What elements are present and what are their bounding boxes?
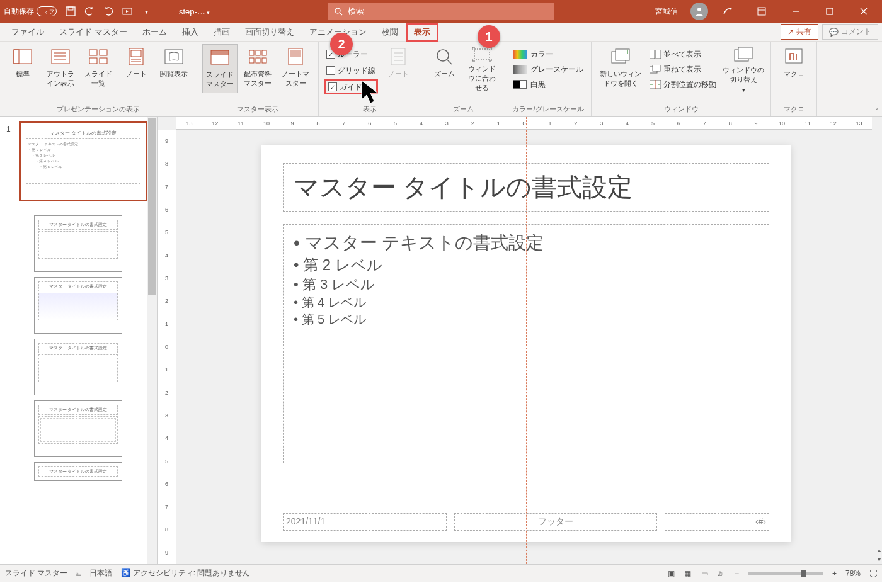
tab-review[interactable]: 校閲 xyxy=(374,23,406,42)
redo-icon[interactable] xyxy=(101,4,116,19)
reading-view-button[interactable]: 閲覧表示 xyxy=(156,44,192,93)
horizontal-ruler[interactable]: 13121110987654321012345678910111213 xyxy=(176,117,872,130)
user-avatar[interactable] xyxy=(690,3,708,20)
arrange-all-button[interactable]: 並べて表示 xyxy=(647,47,719,62)
vertical-ruler[interactable]: 9876543210123456789 xyxy=(158,130,176,564)
slideshow-icon[interactable] xyxy=(120,4,135,19)
zoom-slider[interactable] xyxy=(748,572,823,575)
zoom-button[interactable]: ズーム xyxy=(427,44,462,93)
layout-thumbnail-4[interactable]: マスター タイトルの書式設定 xyxy=(34,400,122,457)
svg-text:+: + xyxy=(625,48,630,57)
color-button[interactable]: カラー xyxy=(510,47,586,62)
zoom-out-button[interactable]: − xyxy=(735,569,739,578)
master-thumbnail[interactable]: マスター タイトルの書式設定 マスター テキストの書式設定 ・第 2 レベル ・… xyxy=(20,122,146,200)
callout-2: 2 xyxy=(330,33,353,55)
slide-sorter-button[interactable]: スライド一覧 xyxy=(81,44,116,93)
undo-icon[interactable] xyxy=(82,4,97,19)
gridlines-checkbox[interactable]: グリッド線 xyxy=(324,63,378,78)
tab-home[interactable]: ホーム xyxy=(135,23,175,42)
move-split-button[interactable]: 分割位置の移動 xyxy=(647,77,719,92)
tab-view[interactable]: 表示 xyxy=(406,23,438,42)
fit-to-window-status-icon[interactable]: ⛶ xyxy=(869,569,877,578)
svg-rect-22 xyxy=(100,58,107,64)
handout-master-button[interactable]: 配布資料マスター xyxy=(240,44,275,93)
slide-stage[interactable]: マスター タイトルの書式設定 マスター テキストの書式設定 第 2 レベル 第 … xyxy=(195,136,857,551)
handout-master-icon xyxy=(248,47,268,67)
slidenumber-placeholder[interactable]: ‹#› xyxy=(665,513,769,531)
zoom-in-button[interactable]: + xyxy=(832,569,837,578)
grayscale-button[interactable]: グレースケール xyxy=(510,62,586,77)
guides-checkbox[interactable]: ガイド xyxy=(324,79,378,94)
canvas-scrollbar[interactable] xyxy=(872,130,882,564)
outline-view-button[interactable]: アウトライン表示 xyxy=(43,44,78,93)
thumb-title: マスター タイトルの書式設定 xyxy=(38,405,118,415)
layout-thumbnail-2[interactable]: マスター タイトルの書式設定 xyxy=(34,277,122,334)
normal-view-button[interactable]: 標準 xyxy=(5,44,40,93)
autosave-toggle[interactable]: 自動保存 オフ xyxy=(4,6,57,17)
scrollbar-handle[interactable] xyxy=(148,118,156,295)
fit-window-button[interactable]: ウィンドウに合わせる xyxy=(464,44,500,93)
share-button[interactable]: ↗共有 xyxy=(781,24,818,40)
cascade-button[interactable]: 重ねて表示 xyxy=(647,62,719,77)
switch-windows-button[interactable]: ウィンドウの切り替え▾ xyxy=(721,44,765,93)
notes-master-icon xyxy=(285,47,306,67)
collapse-ribbon-button[interactable]: ˆ xyxy=(876,108,878,115)
group-master-views-label: マスター表示 xyxy=(237,103,278,115)
slide-master-button[interactable]: スライドマスター xyxy=(202,44,238,93)
autosave-switch[interactable]: オフ xyxy=(37,6,57,16)
accessibility-status[interactable]: ♿ アクセシビリティ: 問題ありません xyxy=(121,568,250,579)
tab-draw[interactable]: 描画 xyxy=(206,23,238,42)
date-placeholder[interactable]: 2021/11/1 xyxy=(283,513,447,531)
thumb-title: マスター タイトルの書式設定 xyxy=(38,466,118,477)
svg-rect-32 xyxy=(262,50,266,55)
comments-label: コメント xyxy=(841,26,871,37)
reading-view-status-icon[interactable]: ▭ xyxy=(697,569,712,578)
layout-thumbnail-5[interactable]: マスター タイトルの書式設定 xyxy=(34,462,122,481)
tab-insert[interactable]: 挿入 xyxy=(175,23,206,42)
split-label: 分割位置の移動 xyxy=(663,79,716,90)
layout-thumbnail-3[interactable]: マスター タイトルの書式設定 xyxy=(34,339,122,395)
coming-soon-icon[interactable] xyxy=(713,0,742,23)
thumbnail-scrollbar[interactable] xyxy=(147,117,157,564)
tab-slide-master[interactable]: スライド マスター xyxy=(52,23,135,42)
bw-swatch-icon xyxy=(513,80,527,89)
minimize-button[interactable] xyxy=(781,0,810,23)
notes-master-button[interactable]: ノートマスター xyxy=(278,44,313,93)
zoom-label: ズーム xyxy=(434,69,455,79)
slide-sorter-icon xyxy=(88,47,108,67)
comments-button[interactable]: 💬コメント xyxy=(822,24,878,40)
tab-file[interactable]: ファイル xyxy=(4,23,52,42)
footer-placeholder[interactable]: フッター xyxy=(454,513,657,531)
thumbnail-pane[interactable]: 1 マスター タイトルの書式設定 マスター テキストの書式設定 ・第 2 レベル… xyxy=(0,117,158,564)
svg-point-6 xyxy=(730,8,732,10)
prev-slide-icon[interactable]: ▴ xyxy=(878,546,881,553)
slide-master-view[interactable]: マスター タイトルの書式設定 マスター テキストの書式設定 第 2 レベル 第 … xyxy=(261,145,791,542)
search-box[interactable]: 検索 xyxy=(328,3,554,20)
blackwhite-button[interactable]: 白黒 xyxy=(510,77,586,92)
qat-more-icon[interactable]: ▾ xyxy=(139,4,154,19)
tab-transitions[interactable]: 画面切り替え xyxy=(238,23,302,42)
group-window-label: ウィンドウ xyxy=(664,103,699,115)
grayscale-swatch-icon xyxy=(513,65,527,74)
split-icon xyxy=(650,80,661,89)
zoom-knob[interactable] xyxy=(801,570,806,577)
sorter-view-status-icon[interactable]: ▦ xyxy=(680,569,695,578)
share-icon: ↗ xyxy=(788,28,794,37)
vertical-guide[interactable] xyxy=(526,117,527,564)
maximize-button[interactable] xyxy=(815,0,844,23)
close-button[interactable] xyxy=(849,0,878,23)
save-icon[interactable] xyxy=(63,4,78,19)
filename-label[interactable]: step-… xyxy=(179,7,210,16)
new-window-button[interactable]: +新しいウィンドウを開く xyxy=(597,44,644,93)
slideshow-status-icon[interactable]: ⎚ xyxy=(714,569,726,578)
normal-view-status-icon[interactable]: ▣ xyxy=(664,569,679,578)
notes-icon xyxy=(388,47,408,67)
notes-page-button[interactable]: ノート xyxy=(118,44,154,93)
layout-thumbnail-1[interactable]: マスター タイトルの書式設定 xyxy=(34,215,122,272)
macros-button[interactable]: マクロ xyxy=(776,44,811,93)
next-slide-icon[interactable]: ▾ xyxy=(878,556,881,563)
zoom-level-label[interactable]: 78% xyxy=(845,569,861,578)
ribbon-display-icon[interactable] xyxy=(747,0,776,23)
spellcheck-icon[interactable]: ⎁ xyxy=(76,569,81,578)
language-label[interactable]: 日本語 xyxy=(89,568,112,579)
